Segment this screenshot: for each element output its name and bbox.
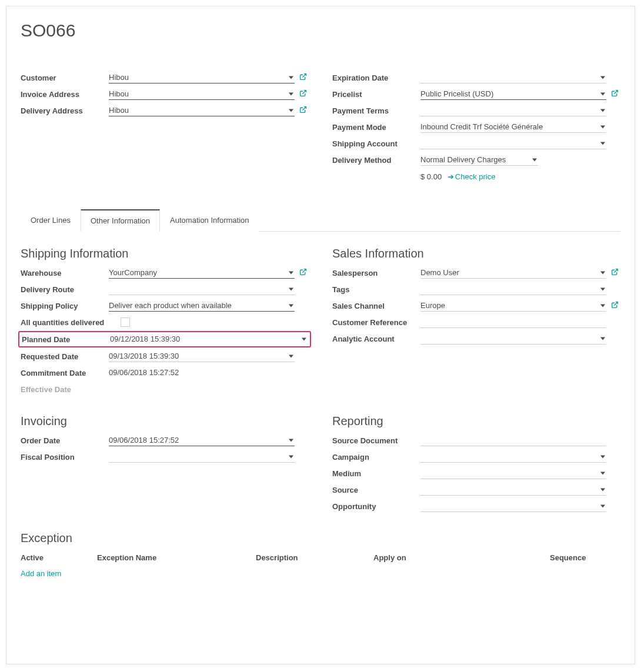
all-quantities-delivered-checkbox[interactable] [121,317,130,327]
caret-down-icon[interactable] [600,337,605,340]
customer-label: Customer [21,73,109,82]
payment-mode-input[interactable]: Inbound Credit Trf Société Générale [420,121,606,133]
caret-down-icon[interactable] [532,158,537,161]
tab-bar: Order Lines Other Information Automation… [21,209,620,232]
sales-channel-input[interactable]: Europe [420,300,606,312]
requested-date-input[interactable]: 09/13/2018 15:39:30 [109,350,295,362]
order-date-value: 09/06/2018 15:27:52 [109,436,179,444]
caret-down-icon[interactable] [600,109,605,112]
svg-line-1 [302,91,306,94]
warehouse-input[interactable]: YourCompany [109,267,295,279]
caret-down-icon[interactable] [289,439,293,442]
tab-automation-information[interactable]: Automation Information [160,209,259,232]
caret-down-icon[interactable] [600,125,605,128]
expiration-date-label: Expiration Date [332,73,420,82]
add-an-item-link[interactable]: Add an item [21,566,620,581]
delivery-method-input[interactable]: Normal Delivery Charges [420,154,538,166]
external-link-icon[interactable] [297,73,309,82]
svg-line-5 [614,269,617,273]
col-description: Description [256,553,373,562]
caret-down-icon[interactable] [289,455,293,458]
delivery-route-input[interactable] [109,283,295,295]
medium-input[interactable] [420,467,606,479]
analytic-account-input[interactable] [420,333,606,345]
source-document-input[interactable] [420,434,606,446]
customer-reference-input[interactable] [420,316,606,328]
salesperson-label: Salesperson [332,269,420,278]
planned-date-row-highlighted: Planned Date 09/12/2018 15:39:30 [18,331,311,347]
caret-down-icon[interactable] [289,304,293,307]
caret-down-icon[interactable] [289,271,293,274]
external-link-icon[interactable] [297,89,309,99]
opportunity-input[interactable] [420,500,606,512]
pricelist-value: Public Pricelist (USD) [420,89,493,98]
col-apply-on: Apply on [373,553,550,562]
customer-input[interactable]: Hibou [109,72,295,83]
svg-line-6 [614,302,617,306]
delivery-address-value: Hibou [109,106,129,115]
caret-down-icon[interactable] [600,472,605,474]
check-price-link[interactable]: ➔Check price [448,172,496,181]
commitment-date-label: Commitment Date [21,369,109,377]
expiration-date-input[interactable] [420,72,606,83]
caret-down-icon[interactable] [289,355,293,357]
tags-input[interactable] [420,283,606,295]
planned-date-input[interactable]: 09/12/2018 15:39:30 [110,333,308,345]
external-link-icon[interactable] [297,268,309,278]
order-date-input[interactable]: 09/06/2018 15:27:52 [109,434,295,446]
caret-down-icon[interactable] [600,142,605,145]
source-input[interactable] [420,484,606,496]
campaign-label: Campaign [332,453,420,462]
external-link-icon[interactable] [609,268,620,278]
delivery-price-amount: $ 0.00 [420,172,442,181]
pricelist-label: Pricelist [332,90,420,99]
caret-down-icon[interactable] [600,455,605,458]
external-link-icon[interactable] [609,301,620,310]
caret-down-icon[interactable] [600,76,605,79]
sales-channel-value: Europe [420,301,445,310]
shipping-policy-value: Deliver each product when available [109,301,232,310]
svg-line-3 [614,91,617,94]
warehouse-value: YourCompany [109,268,157,277]
caret-down-icon[interactable] [289,92,293,95]
svg-line-2 [302,107,306,111]
commitment-date-value: 09/06/2018 15:27:52 [109,367,309,379]
caret-down-icon[interactable] [600,504,605,507]
medium-label: Medium [332,469,420,478]
tags-label: Tags [332,285,420,294]
exception-table-header: Active Exception Name Description Apply … [21,550,620,566]
caret-down-icon[interactable] [600,92,605,95]
sales-info-heading: Sales Information [332,247,620,260]
caret-down-icon[interactable] [600,271,605,274]
delivery-address-input[interactable]: Hibou [109,105,295,116]
shipping-account-input[interactable] [420,138,606,149]
caret-down-icon[interactable] [289,109,293,112]
external-link-icon[interactable] [297,106,309,115]
shipping-policy-input[interactable]: Deliver each product when available [109,300,295,312]
pricelist-input[interactable]: Public Pricelist (USD) [420,88,606,100]
col-exception-name: Exception Name [97,553,256,562]
external-link-icon[interactable] [609,89,620,99]
tab-order-lines[interactable]: Order Lines [21,209,81,232]
campaign-input[interactable] [420,451,606,463]
requested-date-label: Requested Date [21,352,109,361]
invoice-address-input[interactable]: Hibou [109,88,295,100]
fiscal-position-input[interactable] [109,451,295,463]
caret-down-icon[interactable] [289,287,293,290]
salesperson-input[interactable]: Demo User [420,267,606,279]
warehouse-label: Warehouse [21,269,109,278]
source-label: Source [332,486,420,494]
order-date-label: Order Date [21,436,109,445]
caret-down-icon[interactable] [600,287,605,290]
all-quantities-delivered-label: All quantities delivered [21,318,121,327]
payment-terms-input[interactable] [420,105,606,116]
source-document-label: Source Document [332,436,420,445]
page-title: SO066 [21,21,620,41]
tab-content-other-information: Shipping Information Warehouse YourCompa… [21,232,620,581]
tab-other-information[interactable]: Other Information [81,209,160,232]
caret-down-icon[interactable] [302,338,306,341]
col-active: Active [21,553,97,562]
caret-down-icon[interactable] [600,488,605,491]
caret-down-icon[interactable] [289,76,293,79]
caret-down-icon[interactable] [600,304,605,307]
